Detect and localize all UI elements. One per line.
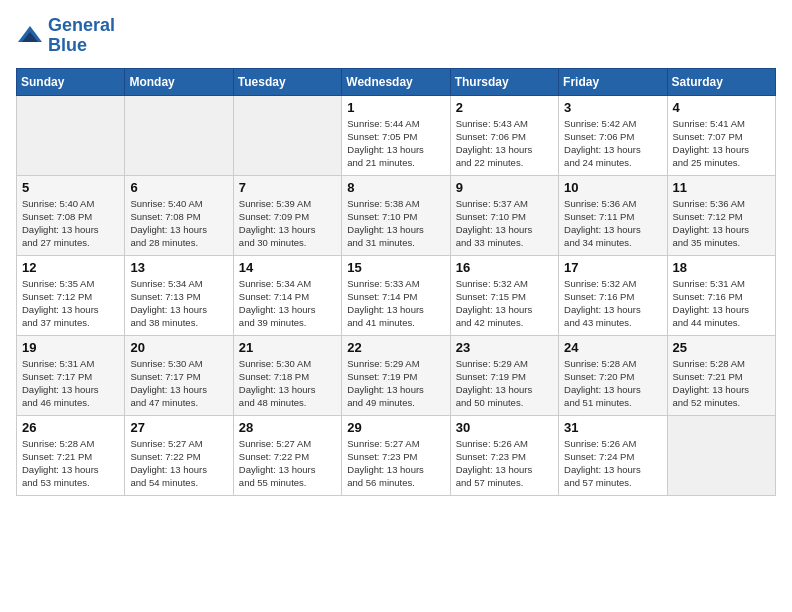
day-number: 25: [673, 340, 770, 355]
day-number: 1: [347, 100, 444, 115]
day-info: Sunrise: 5:29 AMSunset: 7:19 PMDaylight:…: [347, 357, 444, 410]
calendar-cell: 8Sunrise: 5:38 AMSunset: 7:10 PMDaylight…: [342, 175, 450, 255]
day-info: Sunrise: 5:38 AMSunset: 7:10 PMDaylight:…: [347, 197, 444, 250]
calendar-cell: 15Sunrise: 5:33 AMSunset: 7:14 PMDayligh…: [342, 255, 450, 335]
calendar-cell: 4Sunrise: 5:41 AMSunset: 7:07 PMDaylight…: [667, 95, 775, 175]
page-header: General Blue: [16, 16, 776, 56]
calendar-cell: 2Sunrise: 5:43 AMSunset: 7:06 PMDaylight…: [450, 95, 558, 175]
day-info: Sunrise: 5:40 AMSunset: 7:08 PMDaylight:…: [130, 197, 227, 250]
day-info: Sunrise: 5:32 AMSunset: 7:16 PMDaylight:…: [564, 277, 661, 330]
day-info: Sunrise: 5:37 AMSunset: 7:10 PMDaylight:…: [456, 197, 553, 250]
logo-text: General Blue: [48, 16, 115, 56]
calendar-cell: 1Sunrise: 5:44 AMSunset: 7:05 PMDaylight…: [342, 95, 450, 175]
calendar-cell: 23Sunrise: 5:29 AMSunset: 7:19 PMDayligh…: [450, 335, 558, 415]
day-number: 6: [130, 180, 227, 195]
weekday-header-saturday: Saturday: [667, 68, 775, 95]
calendar-cell: 17Sunrise: 5:32 AMSunset: 7:16 PMDayligh…: [559, 255, 667, 335]
calendar-cell: 7Sunrise: 5:39 AMSunset: 7:09 PMDaylight…: [233, 175, 341, 255]
day-number: 12: [22, 260, 119, 275]
calendar-cell: 13Sunrise: 5:34 AMSunset: 7:13 PMDayligh…: [125, 255, 233, 335]
calendar-cell: 9Sunrise: 5:37 AMSunset: 7:10 PMDaylight…: [450, 175, 558, 255]
calendar-cell: 27Sunrise: 5:27 AMSunset: 7:22 PMDayligh…: [125, 415, 233, 495]
day-number: 9: [456, 180, 553, 195]
day-info: Sunrise: 5:30 AMSunset: 7:18 PMDaylight:…: [239, 357, 336, 410]
day-info: Sunrise: 5:36 AMSunset: 7:11 PMDaylight:…: [564, 197, 661, 250]
day-number: 3: [564, 100, 661, 115]
day-info: Sunrise: 5:34 AMSunset: 7:14 PMDaylight:…: [239, 277, 336, 330]
day-number: 27: [130, 420, 227, 435]
day-info: Sunrise: 5:28 AMSunset: 7:21 PMDaylight:…: [673, 357, 770, 410]
weekday-header-monday: Monday: [125, 68, 233, 95]
calendar-cell: 11Sunrise: 5:36 AMSunset: 7:12 PMDayligh…: [667, 175, 775, 255]
day-number: 21: [239, 340, 336, 355]
calendar-cell: 22Sunrise: 5:29 AMSunset: 7:19 PMDayligh…: [342, 335, 450, 415]
calendar-cell: 19Sunrise: 5:31 AMSunset: 7:17 PMDayligh…: [17, 335, 125, 415]
calendar-cell: 16Sunrise: 5:32 AMSunset: 7:15 PMDayligh…: [450, 255, 558, 335]
calendar-cell: 24Sunrise: 5:28 AMSunset: 7:20 PMDayligh…: [559, 335, 667, 415]
day-number: 16: [456, 260, 553, 275]
day-number: 4: [673, 100, 770, 115]
logo: General Blue: [16, 16, 115, 56]
calendar-cell: 12Sunrise: 5:35 AMSunset: 7:12 PMDayligh…: [17, 255, 125, 335]
day-number: 15: [347, 260, 444, 275]
day-number: 18: [673, 260, 770, 275]
day-info: Sunrise: 5:43 AMSunset: 7:06 PMDaylight:…: [456, 117, 553, 170]
day-info: Sunrise: 5:40 AMSunset: 7:08 PMDaylight:…: [22, 197, 119, 250]
day-info: Sunrise: 5:28 AMSunset: 7:20 PMDaylight:…: [564, 357, 661, 410]
day-number: 17: [564, 260, 661, 275]
calendar-cell: 3Sunrise: 5:42 AMSunset: 7:06 PMDaylight…: [559, 95, 667, 175]
calendar-cell: 21Sunrise: 5:30 AMSunset: 7:18 PMDayligh…: [233, 335, 341, 415]
day-info: Sunrise: 5:31 AMSunset: 7:17 PMDaylight:…: [22, 357, 119, 410]
day-number: 31: [564, 420, 661, 435]
day-info: Sunrise: 5:31 AMSunset: 7:16 PMDaylight:…: [673, 277, 770, 330]
day-info: Sunrise: 5:27 AMSunset: 7:22 PMDaylight:…: [130, 437, 227, 490]
weekday-header-friday: Friday: [559, 68, 667, 95]
day-info: Sunrise: 5:34 AMSunset: 7:13 PMDaylight:…: [130, 277, 227, 330]
calendar-cell: 5Sunrise: 5:40 AMSunset: 7:08 PMDaylight…: [17, 175, 125, 255]
day-info: Sunrise: 5:36 AMSunset: 7:12 PMDaylight:…: [673, 197, 770, 250]
day-number: 23: [456, 340, 553, 355]
day-number: 2: [456, 100, 553, 115]
calendar-table: SundayMondayTuesdayWednesdayThursdayFrid…: [16, 68, 776, 496]
day-number: 11: [673, 180, 770, 195]
day-number: 24: [564, 340, 661, 355]
day-info: Sunrise: 5:27 AMSunset: 7:23 PMDaylight:…: [347, 437, 444, 490]
calendar-cell: 18Sunrise: 5:31 AMSunset: 7:16 PMDayligh…: [667, 255, 775, 335]
day-info: Sunrise: 5:32 AMSunset: 7:15 PMDaylight:…: [456, 277, 553, 330]
day-number: 20: [130, 340, 227, 355]
day-number: 5: [22, 180, 119, 195]
calendar-cell: [667, 415, 775, 495]
day-info: Sunrise: 5:39 AMSunset: 7:09 PMDaylight:…: [239, 197, 336, 250]
weekday-header-thursday: Thursday: [450, 68, 558, 95]
calendar-cell: 14Sunrise: 5:34 AMSunset: 7:14 PMDayligh…: [233, 255, 341, 335]
calendar-cell: [233, 95, 341, 175]
calendar-cell: 20Sunrise: 5:30 AMSunset: 7:17 PMDayligh…: [125, 335, 233, 415]
day-info: Sunrise: 5:41 AMSunset: 7:07 PMDaylight:…: [673, 117, 770, 170]
day-info: Sunrise: 5:26 AMSunset: 7:23 PMDaylight:…: [456, 437, 553, 490]
calendar-cell: [125, 95, 233, 175]
calendar-cell: 31Sunrise: 5:26 AMSunset: 7:24 PMDayligh…: [559, 415, 667, 495]
weekday-header-sunday: Sunday: [17, 68, 125, 95]
day-number: 13: [130, 260, 227, 275]
day-info: Sunrise: 5:27 AMSunset: 7:22 PMDaylight:…: [239, 437, 336, 490]
day-number: 10: [564, 180, 661, 195]
day-info: Sunrise: 5:42 AMSunset: 7:06 PMDaylight:…: [564, 117, 661, 170]
day-number: 8: [347, 180, 444, 195]
calendar-cell: 6Sunrise: 5:40 AMSunset: 7:08 PMDaylight…: [125, 175, 233, 255]
logo-icon: [16, 22, 44, 50]
day-info: Sunrise: 5:33 AMSunset: 7:14 PMDaylight:…: [347, 277, 444, 330]
calendar-cell: 28Sunrise: 5:27 AMSunset: 7:22 PMDayligh…: [233, 415, 341, 495]
day-number: 26: [22, 420, 119, 435]
calendar-cell: 26Sunrise: 5:28 AMSunset: 7:21 PMDayligh…: [17, 415, 125, 495]
day-info: Sunrise: 5:30 AMSunset: 7:17 PMDaylight:…: [130, 357, 227, 410]
day-info: Sunrise: 5:35 AMSunset: 7:12 PMDaylight:…: [22, 277, 119, 330]
day-number: 30: [456, 420, 553, 435]
day-number: 14: [239, 260, 336, 275]
calendar-cell: 30Sunrise: 5:26 AMSunset: 7:23 PMDayligh…: [450, 415, 558, 495]
day-info: Sunrise: 5:44 AMSunset: 7:05 PMDaylight:…: [347, 117, 444, 170]
day-number: 22: [347, 340, 444, 355]
day-number: 19: [22, 340, 119, 355]
day-number: 7: [239, 180, 336, 195]
day-info: Sunrise: 5:26 AMSunset: 7:24 PMDaylight:…: [564, 437, 661, 490]
day-info: Sunrise: 5:29 AMSunset: 7:19 PMDaylight:…: [456, 357, 553, 410]
